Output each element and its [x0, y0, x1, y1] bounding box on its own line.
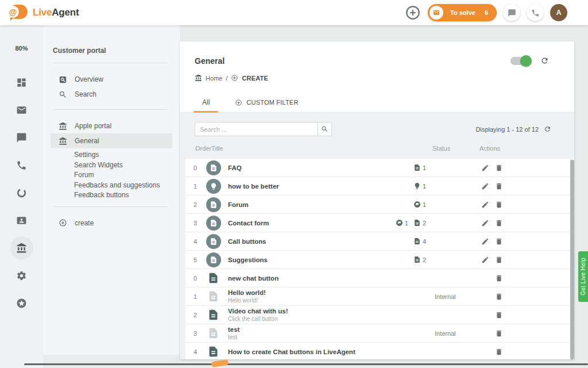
sidebar-item-search[interactable]: Search [51, 87, 172, 102]
liveagent-logo[interactable]: @ LiveAgent [6, 3, 79, 22]
search-button[interactable] [318, 122, 332, 136]
delete-button[interactable] [492, 201, 506, 209]
chats-button[interactable] [503, 4, 520, 21]
rail-item-dashboard[interactable] [10, 71, 33, 94]
doc-status-icon: 1 [413, 164, 426, 171]
delete-button[interactable] [492, 237, 506, 246]
add-new-button[interactable] [404, 4, 421, 21]
column-title: Title [211, 145, 223, 152]
tab-label: All [202, 98, 210, 106]
tab-bar: All CUSTOM FILTER [194, 92, 307, 112]
portal-enabled-toggle[interactable] [510, 57, 530, 65]
edit-button[interactable] [478, 237, 492, 246]
search-input[interactable] [195, 122, 318, 136]
rail-item-addons[interactable] [10, 292, 33, 315]
table-row-how-to-be-better[interactable]: 1how to be better1 [185, 177, 570, 195]
delete-button[interactable] [492, 293, 506, 301]
edit-button[interactable] [478, 256, 492, 264]
to-solve-button[interactable]: To solve 6 [428, 4, 497, 21]
tab-label: CUSTOM FILTER [246, 99, 298, 106]
ring-icon [16, 187, 27, 198]
delete-button[interactable] [492, 256, 506, 264]
table-row-hello-world[interactable]: 1Hello world!Hello world!Internal [185, 288, 570, 306]
background-window-accent [211, 359, 229, 367]
plus-circle-icon [404, 4, 421, 21]
table-row-call-buttons[interactable]: 4Call buttons4 [185, 232, 570, 251]
sidebar-item-apple-portal[interactable]: Apple portal [51, 118, 172, 133]
sidebar-subitem-feedbacks-and-suggestions[interactable]: Feedbacks and suggestions [43, 181, 180, 191]
sidebar-top-group: OverviewSearch [43, 63, 180, 109]
get-live-help-label: Get Live Help [580, 258, 586, 296]
sidebar-item-overview[interactable]: Overview [51, 72, 172, 87]
row-status: 1 [380, 182, 426, 190]
rail-item-settings[interactable] [10, 264, 33, 287]
delete-button[interactable] [492, 182, 506, 190]
user-avatar[interactable]: A [550, 4, 567, 21]
edit-button[interactable] [478, 164, 492, 172]
row-order: 1 [194, 293, 206, 300]
doc-avatar-icon [206, 197, 221, 212]
sidebar-subitem-search-widgets[interactable]: Search Widgets [43, 160, 180, 171]
table-row-suggestions[interactable]: 5Suggestions2 [185, 251, 570, 269]
table-row-new-chat-button[interactable]: 0new chat button [185, 269, 570, 288]
delete-button[interactable] [492, 329, 506, 338]
breadcrumb-create[interactable]: CREATE [242, 75, 268, 82]
row-badge: Internal [435, 330, 478, 337]
chat-icon [16, 132, 27, 143]
rail-item-reports[interactable] [10, 181, 33, 204]
rail-item-customer-portal[interactable] [10, 236, 33, 259]
table-row-contact-form[interactable]: 3Contact form12 [185, 214, 570, 232]
table-row-faq[interactable]: 0FAQ1 [185, 159, 570, 177]
rail-item-customers[interactable] [10, 209, 33, 232]
table-row-how-to-create-chat-buttons-in-liveagent[interactable]: 4How to create Chat buttons in LiveAgent [185, 343, 570, 359]
rail-item-calls[interactable] [10, 154, 33, 177]
tab-custom-filter[interactable]: CUSTOM FILTER [226, 92, 307, 112]
bank-icon [16, 243, 27, 254]
sidebar-item-general[interactable]: General [51, 133, 172, 148]
delete-button[interactable] [492, 164, 506, 172]
sidebar-subitem-settings[interactable]: Settings [43, 150, 180, 160]
bulb-avatar-icon [206, 179, 221, 194]
star-icon [16, 298, 27, 309]
edit-button[interactable] [478, 201, 492, 209]
delete-button[interactable] [492, 219, 506, 227]
home-icon [195, 74, 202, 82]
sidebar-subitem-feedback-buttons[interactable]: Feedback buttons [43, 190, 180, 201]
contacts-icon [16, 215, 27, 226]
article-file-icon [207, 290, 219, 302]
tab-all[interactable]: All [194, 92, 218, 112]
rail-items [0, 71, 43, 315]
delete-button[interactable] [492, 311, 506, 319]
row-order: 4 [194, 238, 206, 245]
sidebar-subitem-forum[interactable]: Forum [43, 170, 180, 181]
background-window-edge [24, 363, 588, 365]
table-row-forum[interactable]: 2Forum1 [185, 195, 570, 214]
scrollbar-thumb[interactable] [570, 160, 574, 359]
sidebar-item-label: create [75, 219, 94, 227]
plus-circle-icon [59, 218, 67, 227]
table-row-video-chat-with-us[interactable]: 2Video chat with us!Click the call butto… [185, 306, 570, 324]
rail-item-chats[interactable] [10, 126, 33, 149]
row-title: new chat button [228, 275, 380, 282]
comment-status-icon: 1 [413, 201, 426, 208]
delete-button[interactable] [492, 348, 506, 356]
get-live-help-button[interactable]: Get Live Help [578, 251, 588, 302]
scrollbar[interactable] [570, 160, 574, 359]
edit-button[interactable] [478, 219, 492, 227]
calls-button[interactable] [527, 4, 544, 21]
refresh-list-icon[interactable] [544, 125, 551, 133]
sidebar-item-create[interactable]: create [51, 216, 172, 231]
row-title: Suggestions [228, 256, 380, 263]
edit-button[interactable] [478, 182, 492, 190]
table-row-test[interactable]: 3testtestInternal [185, 324, 570, 343]
sidebar-portal-group: Apple portalGeneral [43, 110, 180, 148]
doc-status-icon: 2 [413, 256, 426, 263]
breadcrumb-home[interactable]: Home [206, 75, 222, 82]
doc-status-icon: 2 [413, 219, 426, 227]
row-title: How to create Chat buttons in LiveAgent [228, 348, 380, 355]
delete-button[interactable] [492, 274, 506, 282]
row-title: testtest [228, 326, 380, 340]
refresh-icon[interactable] [540, 56, 549, 65]
avatar-letter: A [556, 9, 562, 17]
rail-item-tickets[interactable] [10, 98, 33, 121]
